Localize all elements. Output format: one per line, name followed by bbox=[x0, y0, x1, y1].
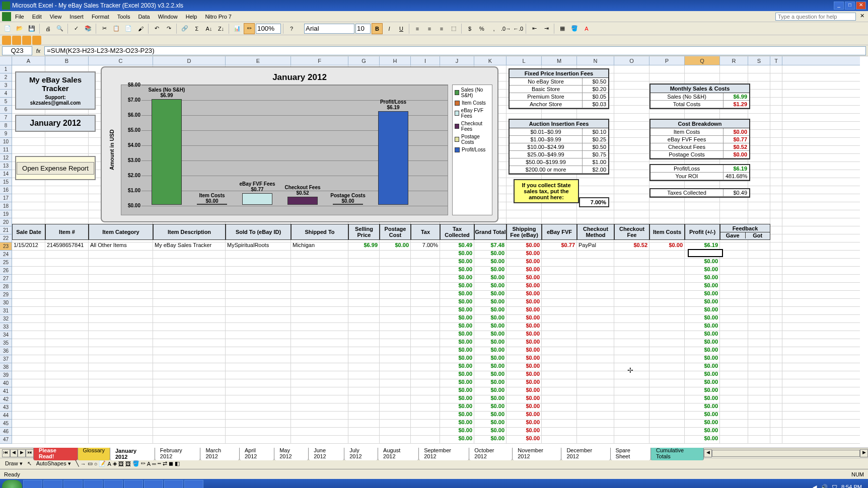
data-cell[interactable] bbox=[89, 426, 153, 434]
data-cell[interactable] bbox=[649, 386, 685, 394]
data-cell[interactable] bbox=[291, 362, 348, 370]
data-header[interactable]: Sale Date bbox=[12, 224, 45, 240]
data-cell[interactable] bbox=[380, 297, 411, 305]
data-cell[interactable]: $0.00 bbox=[474, 370, 507, 378]
data-cell[interactable] bbox=[45, 338, 89, 346]
data-cell[interactable] bbox=[12, 281, 45, 289]
draw-menu[interactable]: Draw ▾ bbox=[2, 459, 26, 468]
data-cell[interactable] bbox=[614, 265, 649, 273]
data-cell[interactable]: $0.00 bbox=[507, 273, 542, 281]
col-S[interactable]: S bbox=[748, 56, 770, 65]
addin-btn-1[interactable] bbox=[2, 36, 11, 45]
data-cell[interactable] bbox=[649, 394, 685, 402]
data-cell[interactable] bbox=[291, 370, 348, 378]
row-10[interactable]: 10 bbox=[0, 138, 12, 146]
col-P[interactable]: P bbox=[649, 56, 685, 65]
row-31[interactable]: 31 bbox=[0, 307, 12, 315]
data-cell[interactable]: $0.00 bbox=[507, 394, 542, 402]
align-left-icon[interactable]: ≡ bbox=[412, 23, 423, 34]
data-cell[interactable] bbox=[45, 321, 89, 330]
row-47[interactable]: 47 bbox=[0, 436, 12, 444]
data-cell[interactable] bbox=[226, 305, 291, 313]
col-L[interactable]: L bbox=[507, 56, 542, 65]
data-cell[interactable] bbox=[291, 321, 348, 330]
increase-decimal-icon[interactable]: .0→ bbox=[500, 23, 512, 34]
data-cell[interactable] bbox=[45, 346, 89, 354]
row-20[interactable]: 20 bbox=[0, 218, 12, 226]
data-header[interactable]: Item Category bbox=[89, 224, 153, 240]
data-cell[interactable]: $0.00 bbox=[507, 297, 542, 305]
addin-btn-4[interactable] bbox=[32, 36, 41, 45]
row-24[interactable]: 24 bbox=[0, 251, 12, 259]
data-cell[interactable]: $0.00 bbox=[507, 378, 542, 386]
data-cell[interactable] bbox=[45, 426, 89, 434]
dash-style-icon[interactable]: ┅ bbox=[158, 460, 161, 467]
data-cell[interactable] bbox=[542, 386, 577, 394]
taskbar-item[interactable] bbox=[184, 480, 203, 488]
data-cell[interactable] bbox=[226, 370, 291, 378]
open-icon[interactable]: 📂 bbox=[14, 23, 25, 34]
data-cell[interactable] bbox=[226, 338, 291, 346]
data-row[interactable]: $0.00$0.00$0.00$0.00 bbox=[12, 402, 720, 410]
row-12[interactable]: 12 bbox=[0, 154, 12, 162]
data-cell[interactable] bbox=[45, 297, 89, 305]
data-cell[interactable] bbox=[649, 289, 685, 297]
data-cell[interactable]: $0.00 bbox=[685, 362, 720, 370]
data-header[interactable]: Selling Price bbox=[348, 224, 380, 240]
data-cell[interactable] bbox=[89, 434, 153, 442]
data-cell[interactable] bbox=[153, 321, 226, 330]
data-cell[interactable] bbox=[12, 346, 45, 354]
save-icon[interactable]: 💾 bbox=[26, 23, 37, 34]
taskbar-item[interactable] bbox=[124, 480, 143, 488]
data-header[interactable]: Profit (+/-) bbox=[685, 224, 720, 240]
row-8[interactable]: 8 bbox=[0, 122, 12, 130]
data-cell[interactable] bbox=[291, 418, 348, 426]
taskbar-item[interactable] bbox=[23, 480, 42, 488]
data-cell[interactable]: $6.19 bbox=[685, 241, 720, 249]
data-cell[interactable] bbox=[411, 418, 440, 426]
data-cell[interactable]: 1/15/2012 bbox=[12, 241, 45, 249]
row-39[interactable]: 39 bbox=[0, 371, 12, 379]
data-cell[interactable] bbox=[89, 289, 153, 297]
data-cell[interactable]: $0.00 bbox=[507, 257, 542, 265]
maximize-button[interactable]: □ bbox=[845, 2, 855, 10]
data-cell[interactable]: $0.49 bbox=[440, 241, 474, 249]
data-cell[interactable]: $0.00 bbox=[507, 305, 542, 313]
data-cell[interactable] bbox=[380, 378, 411, 386]
data-cell[interactable] bbox=[542, 305, 577, 313]
data-cell[interactable] bbox=[153, 394, 226, 402]
taskbar-item[interactable] bbox=[84, 480, 103, 488]
data-cell[interactable] bbox=[577, 313, 614, 321]
data-cell[interactable] bbox=[291, 378, 348, 386]
bold-button[interactable]: B bbox=[372, 23, 383, 34]
data-cell[interactable] bbox=[226, 434, 291, 442]
data-cell[interactable]: $0.00 bbox=[440, 273, 474, 281]
data-cell[interactable] bbox=[380, 418, 411, 426]
data-cell[interactable]: $0.00 bbox=[474, 394, 507, 402]
data-cell[interactable] bbox=[614, 354, 649, 362]
data-cell[interactable] bbox=[12, 394, 45, 402]
data-cell[interactable] bbox=[89, 321, 153, 330]
data-cell[interactable] bbox=[153, 354, 226, 362]
data-cell[interactable]: $0.00 bbox=[474, 410, 507, 418]
data-cell[interactable] bbox=[45, 378, 89, 386]
data-cell[interactable]: $0.00 bbox=[440, 313, 474, 321]
font-color-icon[interactable]: A bbox=[581, 23, 592, 34]
sheet-tab[interactable]: Please Read! bbox=[33, 446, 78, 460]
row-16[interactable]: 16 bbox=[0, 186, 12, 194]
data-cell[interactable] bbox=[380, 249, 411, 257]
data-cell[interactable] bbox=[614, 338, 649, 346]
data-cell[interactable] bbox=[614, 410, 649, 418]
row-23[interactable]: 23 bbox=[0, 242, 12, 251]
data-cell[interactable] bbox=[614, 273, 649, 281]
col-A[interactable]: A bbox=[12, 56, 45, 65]
data-cell[interactable]: $0.00 bbox=[685, 394, 720, 402]
data-cell[interactable] bbox=[380, 289, 411, 297]
data-cell[interactable] bbox=[380, 426, 411, 434]
data-cell[interactable] bbox=[291, 434, 348, 442]
data-cell[interactable] bbox=[291, 305, 348, 313]
hscroll-right[interactable]: ▶ bbox=[860, 449, 868, 457]
data-cell[interactable] bbox=[411, 434, 440, 442]
data-cell[interactable] bbox=[45, 305, 89, 313]
data-cell[interactable] bbox=[291, 338, 348, 346]
